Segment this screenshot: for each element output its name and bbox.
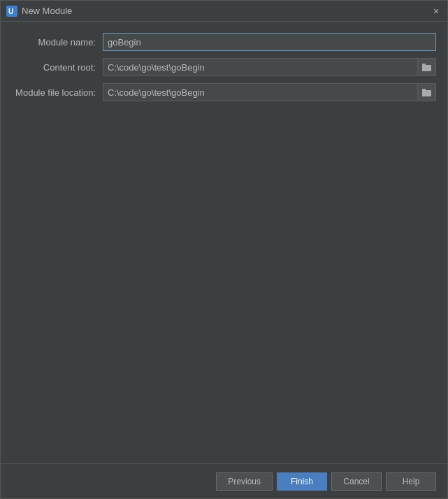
content-root-browse-button[interactable] — [418, 58, 436, 76]
module-file-location-row: Module file location: — [12, 83, 436, 101]
svg-rect-3 — [422, 64, 426, 66]
module-name-label: Module name: — [12, 37, 103, 48]
finish-button[interactable]: Finish — [277, 472, 327, 491]
module-file-location-label: Module file location: — [12, 87, 103, 98]
content-root-label: Content root: — [12, 62, 103, 73]
svg-rect-2 — [422, 65, 431, 71]
help-button[interactable]: Help — [386, 472, 436, 491]
app-icon: U — [6, 6, 17, 17]
title-bar: U New Module × — [1, 1, 447, 22]
svg-text:U: U — [8, 8, 13, 15]
module-name-input[interactable] — [103, 33, 436, 51]
module-file-location-browse-button[interactable] — [418, 83, 436, 101]
content-root-input[interactable] — [103, 58, 418, 76]
content-root-row: Content root: — [12, 58, 436, 76]
svg-rect-4 — [422, 90, 431, 96]
module-file-location-field-group — [103, 83, 436, 101]
module-name-row: Module name: — [12, 33, 436, 51]
previous-button[interactable]: Previous — [216, 472, 273, 491]
dialog-footer: Previous Finish Cancel Help — [1, 463, 447, 498]
new-module-dialog: U New Module × Module name: Content root… — [0, 0, 448, 499]
module-file-location-input[interactable] — [103, 83, 418, 101]
dialog-title: New Module — [22, 6, 431, 16]
svg-rect-5 — [422, 89, 426, 91]
close-button[interactable]: × — [431, 6, 442, 17]
dialog-content: Module name: Content root: Module file l… — [1, 22, 447, 463]
cancel-button[interactable]: Cancel — [331, 472, 382, 491]
content-root-field-group — [103, 58, 436, 76]
